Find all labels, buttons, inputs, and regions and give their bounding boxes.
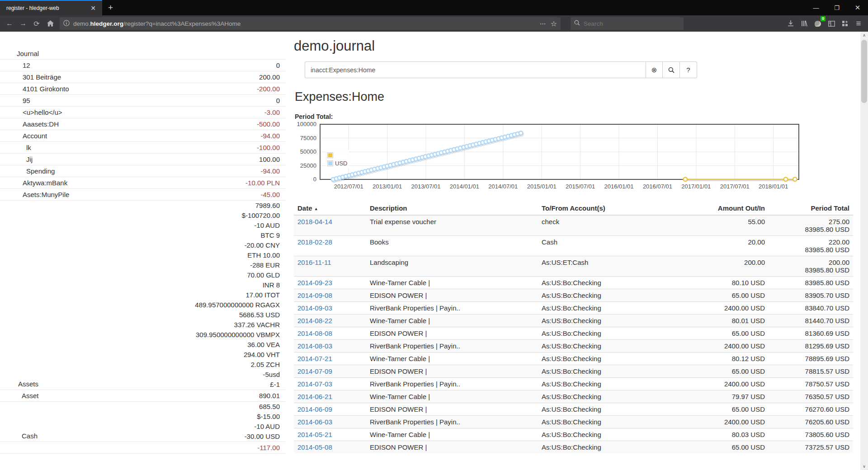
scroll-up-icon[interactable]: ∧ xyxy=(860,32,868,39)
browser-search-box[interactable] xyxy=(571,17,684,30)
transaction-date-link[interactable]: 2014-09-08 xyxy=(297,291,332,299)
sidebar-account-link[interactable]: Spending xyxy=(0,165,55,177)
page-actions-icon[interactable]: ⋯ xyxy=(540,20,546,27)
sidebar-account-link[interactable]: Jij xyxy=(0,154,33,165)
transaction-date-link[interactable]: 2018-04-14 xyxy=(297,218,332,226)
sidebar-account-balance: 0 xyxy=(276,60,280,71)
scroll-down-icon[interactable]: ∨ xyxy=(860,463,868,470)
period-total-cell: 81360.69 USD xyxy=(769,327,853,340)
svg-text:25000: 25000 xyxy=(300,162,316,169)
transaction-date-link[interactable]: 2014-09-23 xyxy=(297,279,332,287)
column-header-date[interactable]: Date ▲ xyxy=(294,202,366,215)
sidebar-account-balance: -3.00 xyxy=(264,107,280,118)
reload-icon[interactable]: ⟳ xyxy=(30,17,43,30)
tab-close-icon[interactable]: ✕ xyxy=(88,4,99,13)
sidebar-account-link[interactable]: lk xyxy=(0,142,31,153)
transaction-amount: 80.10 USD xyxy=(665,277,769,289)
sidebar-account-row: Spending-94.00 xyxy=(0,165,286,177)
new-tab-button[interactable]: + xyxy=(102,0,119,15)
sidebar-account-balance: -200.00 xyxy=(257,83,280,94)
transaction-date-link[interactable]: 2014-07-09 xyxy=(297,367,332,375)
transaction-date-link[interactable]: 2014-06-03 xyxy=(297,418,332,426)
transaction-date-link[interactable]: 2014-09-03 xyxy=(297,304,332,312)
period-total-cell: 220.0083985.80 USD xyxy=(769,236,853,256)
svg-text:2017/07/01: 2017/07/01 xyxy=(720,183,750,190)
transaction-date-link[interactable]: 2014-07-21 xyxy=(297,355,332,362)
browser-search-input[interactable] xyxy=(584,20,670,27)
table-row: 2018-02-28BooksCash20.00220.0083985.80 U… xyxy=(294,236,853,256)
transaction-date-link[interactable]: 2014-08-22 xyxy=(297,317,332,324)
transaction-date-link[interactable]: 2014-08-08 xyxy=(297,329,332,337)
browser-tab[interactable]: register - hledger-web ✕ xyxy=(0,0,102,15)
column-header-description[interactable]: Description xyxy=(366,202,538,215)
transaction-date-link[interactable]: 2014-07-03 xyxy=(297,380,332,388)
period-total-cell: 78815.57 USD xyxy=(769,365,853,378)
sidebar-account-link[interactable]: Asets:MunyPile xyxy=(0,189,69,200)
main-column: demo.journal ⊗ ? Expenses:Home Period To… xyxy=(294,32,854,453)
sidebar-account-row: lk-100.00 xyxy=(0,142,286,154)
downloads-icon[interactable] xyxy=(784,17,797,30)
svg-text:2014/01/01: 2014/01/01 xyxy=(450,183,479,190)
sidebar-toggle-icon[interactable] xyxy=(825,17,838,30)
transaction-description: RiverBank Properties | Payin.. xyxy=(366,340,538,352)
sidebar-account-link[interactable]: Asset xyxy=(0,390,39,401)
transaction-description: Wine-Tarner Cable | xyxy=(366,315,538,327)
sidebar-account-link[interactable]: Assets xyxy=(0,378,38,390)
search-button[interactable] xyxy=(663,61,680,78)
table-row: 2014-05-08EDISON POWER |As:US:Bo:Checkin… xyxy=(294,441,853,454)
bookmark-star-icon[interactable]: ☆ xyxy=(551,19,557,28)
transaction-account: As:US:Bo:Checking xyxy=(538,365,665,378)
window-controls: — ❐ ✕ xyxy=(806,0,868,15)
sidebar-account-link[interactable]: Aktywa:mBank xyxy=(0,177,67,188)
url-text[interactable]: demo.hledger.org/register?q=inacct%3AExp… xyxy=(73,20,540,27)
scrollbar-thumb[interactable] xyxy=(861,40,867,103)
help-button[interactable]: ? xyxy=(680,61,697,78)
extension-icon[interactable]: 0 xyxy=(811,17,825,30)
column-header-total[interactable]: Period Total xyxy=(769,202,853,215)
window-minimize-button[interactable]: — xyxy=(806,0,826,15)
forward-icon[interactable]: → xyxy=(16,17,30,30)
column-header-amount[interactable]: Amount Out/In xyxy=(665,202,769,215)
sidebar-account-link[interactable]: Account xyxy=(0,130,47,141)
transaction-date-link[interactable]: 2014-06-21 xyxy=(297,393,332,400)
menu-icon[interactable]: ≡ xyxy=(852,17,865,30)
window-restore-button[interactable]: ❐ xyxy=(826,0,847,15)
url-bar[interactable]: demo.hledger.org/register?q=inacct%3AExp… xyxy=(60,17,561,30)
column-header-tofrom[interactable]: To/From Account(s) xyxy=(538,202,665,215)
transaction-account: As:US:Bo:Checking xyxy=(538,416,665,428)
query-input[interactable] xyxy=(305,61,646,78)
transaction-date-link[interactable]: 2014-05-08 xyxy=(297,443,332,451)
period-total-cell: 83840.70 USD xyxy=(769,302,853,315)
tiles-plus-icon[interactable] xyxy=(838,17,852,30)
svg-text:2013/07/01: 2013/07/01 xyxy=(411,183,440,190)
transaction-date-link[interactable]: 2016-11-11 xyxy=(297,258,331,266)
sidebar-account-link[interactable]: 12 xyxy=(0,60,30,71)
sidebar-account-link[interactable]: <u>hello</u> xyxy=(0,107,62,118)
transaction-date-link[interactable]: 2014-08-03 xyxy=(297,342,332,350)
transaction-amount: 2400.00 USD xyxy=(665,302,769,315)
sidebar-account-link[interactable]: 301 Beiträge xyxy=(0,71,61,83)
page-scrollbar[interactable]: ∧ ∨ xyxy=(860,32,868,470)
sidebar-account-link[interactable]: Aaasets:DH xyxy=(0,118,59,130)
sidebar-account-link[interactable]: 95 xyxy=(0,95,30,106)
sidebar-account-link[interactable]: 4101 Girokonto xyxy=(0,83,69,94)
site-info-icon[interactable] xyxy=(63,20,70,28)
svg-text:2017/01/01: 2017/01/01 xyxy=(681,183,711,190)
library-icon[interactable] xyxy=(797,17,811,30)
window-close-button[interactable]: ✕ xyxy=(847,0,868,15)
sidebar-account-link[interactable]: Cash xyxy=(0,430,38,442)
table-row: 2014-06-09EDISON POWER |As:US:Bo:Checkin… xyxy=(294,403,853,416)
table-row: 2014-06-21Wine-Tarner Cable |As:US:Bo:Ch… xyxy=(294,390,853,403)
transaction-account: As:US:Bo:Checking xyxy=(538,378,665,390)
transaction-date-link[interactable]: 2014-05-21 xyxy=(297,431,332,438)
clear-query-button[interactable]: ⊗ xyxy=(646,61,663,78)
transaction-date-link[interactable]: 2018-02-28 xyxy=(297,238,332,246)
transaction-date-link[interactable]: 2014-06-09 xyxy=(297,405,332,413)
transaction-amount: 80.12 USD xyxy=(665,352,769,365)
sidebar-account-link[interactable]: Journal xyxy=(0,48,39,59)
home-icon[interactable] xyxy=(43,17,57,30)
transaction-account: As:US:Bo:Checking xyxy=(538,340,665,352)
period-total-cell: 76205.60 USD xyxy=(769,416,853,428)
back-icon[interactable]: ← xyxy=(3,17,16,30)
sidebar-account-balance: -117.00 xyxy=(257,442,280,453)
